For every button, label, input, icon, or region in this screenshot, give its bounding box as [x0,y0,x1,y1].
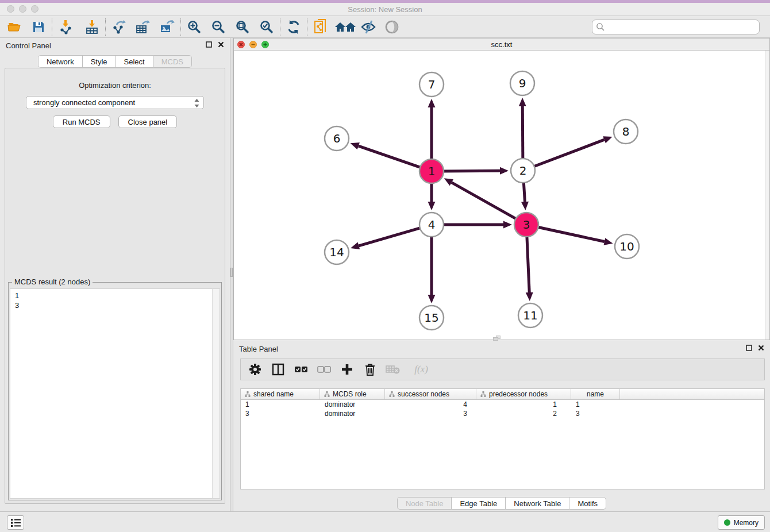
cell-name: 1 [571,400,620,409]
network-edge[interactable] [537,227,605,241]
search-input[interactable] [592,20,760,34]
tab-network[interactable]: Network [38,55,82,68]
tab-mcds[interactable]: MCDS [153,55,192,68]
table-settings-button[interactable] [248,362,263,377]
zoom-fit-button[interactable] [234,18,251,36]
toolbar-separator [105,18,106,36]
result-scrollbar[interactable] [212,289,220,498]
network-frame-title: scc.txt [234,40,769,49]
network-edge[interactable] [522,106,523,160]
function-builder-button[interactable]: f(x) [409,362,434,377]
network-canvas[interactable]: 7968124314101511 [234,51,769,340]
mcds-result-title: MCDS result (2 nodes) [12,277,93,286]
tab-motifs[interactable]: Motifs [569,497,606,510]
column-header-shared-name[interactable]: shared name [241,389,320,399]
network-frame-titlebar[interactable]: scc.txt [234,38,769,51]
zoom-selected-button[interactable] [258,18,275,36]
zoom-in-icon [187,20,202,34]
network-node-label: 8 [622,125,630,138]
toolbar-separator [307,18,307,36]
control-panel-tabs: Network Style Select MCDS [0,55,230,68]
columns-icon [272,363,284,376]
tab-node-table[interactable]: Node Table [397,497,452,510]
export-image-button[interactable] [159,18,176,36]
network-edge[interactable] [452,183,517,219]
table-row[interactable]: 1 dominator 4 1 1 [241,400,764,409]
tab-network-table[interactable]: Network Table [505,497,569,510]
save-session-button[interactable] [30,18,47,36]
close-panel-icon[interactable] [758,345,764,351]
close-panel-button[interactable]: Close panel [118,115,178,128]
tree-icon [480,391,486,397]
session-title: Session: New Session [0,5,770,14]
save-floppy-icon [32,20,45,34]
export-table-button[interactable] [134,18,152,36]
search-field-wrap [592,20,760,34]
zoom-in-button[interactable] [186,18,203,36]
import-table-button[interactable] [83,18,101,36]
delete-table-button[interactable] [386,362,401,377]
home-view-button[interactable] [334,18,357,36]
column-header-successor-nodes[interactable]: successor nodes [385,389,476,399]
delete-column-button[interactable] [363,362,378,377]
open-file-button[interactable] [6,18,23,36]
network-edge[interactable] [359,146,421,168]
select-all-button[interactable] [294,362,309,377]
tab-edge-table[interactable]: Edge Table [451,497,505,510]
table-panel-title: Table Panel [239,345,278,353]
network-node-label: 14 [329,245,344,259]
copy-network-button[interactable] [312,18,329,36]
column-header-predecessor-nodes[interactable]: predecessor nodes [476,389,571,399]
apply-layout-button[interactable] [285,18,302,36]
dropdown-value: strongly connected component [33,98,135,107]
zoom-out-icon [211,20,226,34]
network-edge-arrowhead [351,142,360,149]
column-header-name[interactable]: name [571,389,620,399]
close-panel-icon[interactable] [218,41,224,48]
column-header-mcds-role[interactable]: MCDS role [320,389,385,399]
toolbar-separator [52,18,52,36]
float-panel-icon[interactable] [746,345,752,351]
mcds-panel: Optimization criterion: strongly connect… [5,68,225,504]
network-vscrollbar[interactable] [765,51,769,340]
table-row[interactable]: 3 dominator 3 2 3 [241,409,764,418]
cell-predecessor-nodes: 1 [476,400,571,409]
run-mcds-button[interactable]: Run MCDS [53,115,110,128]
column-label: name [587,390,604,398]
network-edge[interactable] [523,182,525,202]
network-edge-arrowhead [519,98,526,106]
tab-select[interactable]: Select [116,55,153,68]
task-history-button[interactable] [7,515,24,530]
show-columns-button[interactable] [271,362,286,377]
import-network-button[interactable] [57,18,74,36]
network-edge[interactable] [527,236,529,292]
splitter-grip[interactable] [230,268,233,277]
zoom-out-button[interactable] [210,18,227,36]
add-column-button[interactable] [340,362,355,377]
mcds-result-group: MCDS result (2 nodes) 1 3 [8,282,222,500]
network-edge[interactable] [359,228,421,246]
show-graphics-button[interactable] [383,18,401,36]
deselect-all-button[interactable] [317,362,332,377]
network-node-label: 6 [333,132,341,145]
import-table-icon [84,20,99,34]
mcds-result-list[interactable]: 1 3 [10,288,220,499]
horizontal-splitter-grip[interactable] [493,337,498,341]
export-network-button[interactable] [110,18,128,36]
cell-predecessor-nodes: 2 [476,409,571,418]
cell-successor-nodes: 4 [385,400,476,409]
tree-icon [324,391,330,397]
cell-successor-nodes: 3 [385,409,476,418]
optimization-criterion-dropdown[interactable]: strongly connected component [26,96,204,109]
network-edge[interactable] [533,140,605,167]
hide-graphics-button[interactable] [360,18,378,36]
main-toolbar [0,16,770,38]
network-edge[interactable] [442,171,500,171]
memory-button[interactable]: Memory [718,515,765,530]
app-window: Session: New Session [0,0,770,532]
chevron-updown-icon [194,98,200,108]
float-panel-icon[interactable] [206,41,212,48]
settings-gear-icon [249,363,261,376]
refresh-icon [286,20,301,34]
tab-style[interactable]: Style [82,55,116,68]
